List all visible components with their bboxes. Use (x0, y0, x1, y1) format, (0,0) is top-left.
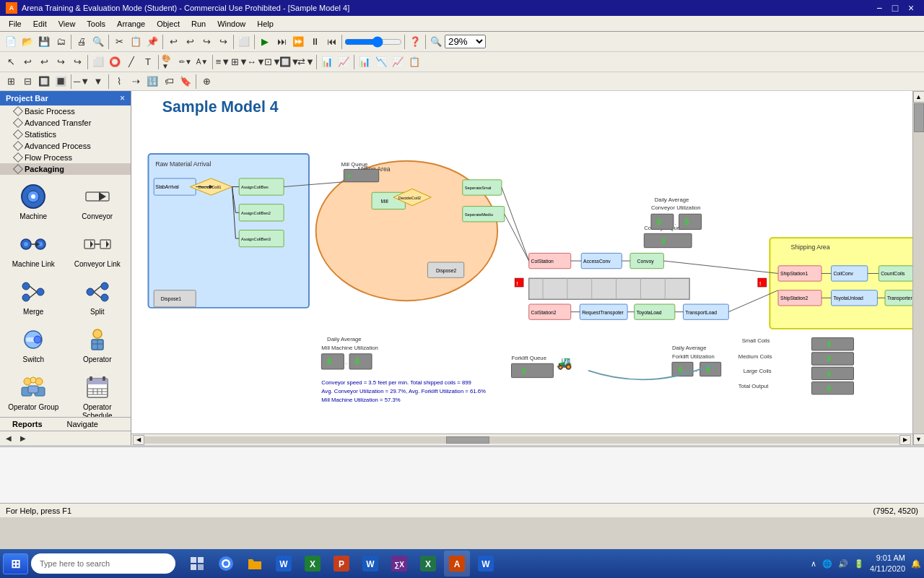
rect-btn[interactable]: ⬜ (90, 54, 106, 70)
menu-view[interactable]: View (53, 18, 82, 30)
output-animate-btn[interactable]: 📈 (336, 54, 352, 70)
line-color-btn[interactable]: ✏▼ (178, 54, 193, 70)
undo4-btn[interactable]: ↩ (36, 54, 52, 70)
scroll-down-btn[interactable]: ▼ (913, 434, 925, 445)
machine-icon-item[interactable]: Machine (3, 179, 64, 224)
scroll-left-btn[interactable]: ◀ (133, 435, 144, 445)
menu-tools[interactable]: Tools (81, 18, 111, 30)
circle-btn[interactable]: ⭕ (107, 54, 123, 70)
menu-arrange[interactable]: Arrange (111, 18, 151, 30)
run-fast-btn[interactable]: ⏩ (290, 34, 306, 50)
arrange-btn[interactable]: ⊞▼ (232, 54, 248, 70)
minimize-button[interactable]: − (872, 1, 886, 15)
line-style-btn[interactable]: ─▼ (74, 74, 90, 90)
canvas-content[interactable]: Sample Model 4 Raw Material Arrival Mill… (131, 91, 912, 434)
align-btn[interactable]: ≡▼ (215, 54, 231, 70)
new-btn[interactable]: 📄 (3, 34, 19, 50)
notification-icon[interactable]: 🔔 (911, 559, 921, 569)
menu-window[interactable]: Window (212, 18, 251, 30)
scroll-thumb-v[interactable] (914, 103, 924, 132)
label-btn[interactable]: 🏷 (161, 74, 177, 90)
word2-btn[interactable]: W (357, 551, 383, 577)
start-button[interactable]: ⊞ (3, 553, 28, 574)
grid-btn[interactable]: ⊞ (3, 74, 19, 90)
run-step-btn[interactable]: ⏭ (274, 34, 289, 50)
bottom-canvas-content[interactable] (0, 447, 924, 503)
panel-flow-process[interactable]: Flow Process (0, 152, 131, 163)
undo2-btn[interactable]: ↩ (182, 34, 198, 50)
input-animate-btn[interactable]: 📊 (319, 54, 335, 70)
close-button[interactable]: × (904, 1, 918, 15)
scroll-up-btn[interactable]: ▲ (913, 91, 925, 103)
paste-btn[interactable]: 📌 (144, 34, 160, 50)
menu-help[interactable]: Help (251, 18, 279, 30)
machine-link-icon-item[interactable]: Machine Link (3, 227, 64, 272)
line-btn[interactable]: ╱ (123, 54, 139, 70)
operator-icon-item[interactable]: Operator (67, 322, 128, 367)
powerpoint-btn[interactable]: P (328, 551, 354, 577)
word3-btn[interactable]: W (473, 551, 499, 577)
menu-object[interactable]: Object (151, 18, 186, 30)
tray-up-icon[interactable]: ∧ (811, 559, 816, 569)
help-btn[interactable]: ❓ (407, 34, 423, 50)
connect-btn[interactable]: ⇄▼ (298, 54, 314, 70)
merge-icon-item[interactable]: Merge (3, 275, 64, 319)
copy-btn[interactable]: 📋 (128, 34, 144, 50)
window-controls[interactable]: − □ × (872, 1, 918, 15)
run-start-btn[interactable]: ▶ (257, 34, 273, 50)
menu-file[interactable]: File (3, 18, 27, 30)
word-btn[interactable]: W (271, 551, 297, 577)
chrome-btn[interactable] (213, 551, 239, 577)
save-btn[interactable]: 💾 (36, 34, 52, 50)
number-btn[interactable]: 🔢 (144, 74, 160, 90)
zoom-out-btn[interactable]: 🔍 (428, 34, 444, 50)
grid2-btn[interactable]: ⊟ (19, 74, 35, 90)
reports-btn[interactable]: Reports (0, 418, 55, 431)
undo-btn[interactable]: ↩ (165, 34, 181, 50)
clock[interactable]: 9:01 AM 4/11/2020 (870, 553, 905, 575)
print-btn[interactable]: 🖨 (74, 34, 90, 50)
excel2-btn[interactable]: X (415, 551, 441, 577)
undo3-btn[interactable]: ↩ (19, 54, 35, 70)
taskbar-search[interactable]: Type here to search (31, 553, 175, 574)
restore-button[interactable]: □ (888, 1, 902, 15)
chart3-btn[interactable]: 📈 (390, 54, 406, 70)
text-btn[interactable]: T (140, 54, 156, 70)
switch-icon-item[interactable]: Switch (3, 322, 64, 367)
fill-color-btn[interactable]: 🎨▼ (161, 54, 177, 70)
cut-btn[interactable]: ✂ (111, 34, 127, 50)
snap-btn[interactable]: 🔲 (36, 74, 52, 90)
nav-icon-1[interactable]: ◀ (3, 433, 14, 444)
menu-edit[interactable]: Edit (27, 18, 53, 30)
connection-btn[interactable]: ⌇ (111, 74, 127, 90)
redo2-btn[interactable]: ↪ (215, 34, 231, 50)
select-btn[interactable]: ⬜ (236, 34, 252, 50)
save-all-btn[interactable]: 🗂 (53, 34, 69, 50)
conveyor-link-icon-item[interactable]: Conveyor Link (67, 227, 128, 272)
redo4-btn[interactable]: ↪ (69, 54, 85, 70)
chart1-btn[interactable]: 📊 (357, 54, 372, 70)
route-btn[interactable]: ⇢ (128, 74, 144, 90)
v-scrollbar[interactable]: ▲ ▼ (912, 91, 924, 445)
zoom-dropdown[interactable]: 29%50%100% (445, 35, 486, 48)
chart2-btn[interactable]: 📉 (373, 54, 389, 70)
open-btn[interactable]: 📂 (19, 34, 35, 50)
split-icon-item[interactable]: Split (67, 275, 128, 319)
excel-btn[interactable]: X (300, 551, 326, 577)
scroll-right-btn[interactable]: ▶ (899, 435, 911, 445)
run-pause-btn[interactable]: ⏸ (307, 34, 323, 50)
run-stop-btn[interactable]: ⏮ (323, 34, 339, 50)
print-preview-btn[interactable]: 🔍 (90, 34, 106, 50)
conveyor-icon-item[interactable]: Conveyor (67, 179, 128, 224)
redo-btn[interactable]: ↪ (199, 34, 214, 50)
menu-run[interactable]: Run (186, 18, 212, 30)
arrow-btn[interactable]: ↖ (3, 54, 19, 70)
panel-packaging[interactable]: Packaging (0, 163, 131, 175)
snap2-btn[interactable]: 🔳 (53, 74, 69, 90)
operator-schedule-icon-item[interactable]: Operator Schedule (67, 370, 128, 417)
operator-group-icon-item[interactable]: Operator Group (3, 370, 64, 417)
project-bar-close[interactable]: × (120, 93, 125, 103)
group-btn[interactable]: 🔲▼ (282, 54, 297, 70)
misc-btn[interactable]: ⊕ (199, 74, 214, 90)
navigate-btn[interactable]: Navigate (55, 418, 110, 431)
